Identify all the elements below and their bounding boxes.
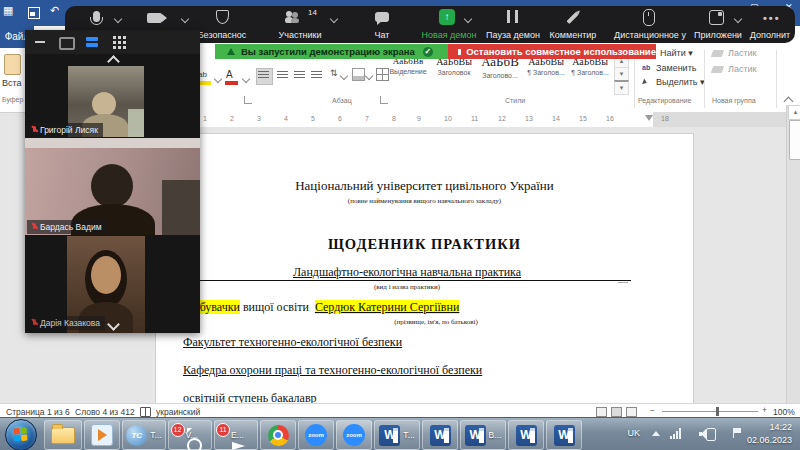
- replace-button[interactable]: Заменить: [656, 63, 696, 73]
- language-indicator[interactable]: украинский: [156, 407, 200, 417]
- grid-view-icon[interactable]: [113, 36, 116, 39]
- zoom-percentage[interactable]: 100%: [773, 407, 795, 417]
- new-share-label[interactable]: Новая демон: [422, 30, 477, 40]
- align-center-icon[interactable]: [277, 71, 288, 80]
- mute-options-icon[interactable]: [114, 15, 122, 23]
- style-card[interactable]: АаБбВы ¶ Заголов...: [568, 56, 612, 96]
- paste-button[interactable]: Вста: [2, 78, 22, 88]
- taskbar-viber-button[interactable]: 12 V...: [168, 420, 212, 450]
- taskbar-word-button[interactable]: W B...: [460, 420, 506, 450]
- pause-share-label[interactable]: Пауза демон: [486, 30, 540, 40]
- language-switcher[interactable]: UK: [627, 428, 640, 438]
- windows-logo-icon: [14, 428, 28, 442]
- chat-label[interactable]: Чат: [375, 30, 390, 40]
- line-spacing-icon[interactable]: ⇅: [330, 68, 338, 78]
- sharing-banner: Вы запустили демонстрацию экрана ✓: [215, 44, 448, 59]
- taskbar-chrome-button[interactable]: [260, 420, 296, 450]
- font-color-icon[interactable]: А: [226, 69, 233, 80]
- styles-gallery-expand-icon[interactable]: ▾: [614, 80, 629, 95]
- font-color-dropdown-icon[interactable]: [242, 75, 250, 83]
- style-card[interactable]: АаБбВв Выделение: [386, 56, 430, 96]
- video-icon[interactable]: [147, 13, 162, 23]
- taskbar-word-button[interactable]: W: [508, 420, 544, 450]
- eraser-button[interactable]: Ластик: [728, 48, 757, 58]
- zoom-slider-thumb[interactable]: [716, 407, 719, 416]
- security-icon[interactable]: [216, 10, 229, 24]
- paste-icon[interactable]: [4, 54, 21, 75]
- clock-time[interactable]: 14:22: [769, 422, 792, 432]
- taskbar-word-button[interactable]: W: [422, 420, 458, 450]
- shading-icon[interactable]: [352, 68, 365, 81]
- style-card[interactable]: АаБбВы Заголовок: [432, 56, 476, 96]
- zoom-out-icon[interactable]: −: [650, 405, 655, 415]
- new-share-icon[interactable]: ↑: [439, 9, 455, 25]
- mute-icon[interactable]: [93, 11, 100, 22]
- find-button[interactable]: Найти ▾: [660, 48, 693, 58]
- line-spacing-dropdown-icon[interactable]: [340, 72, 348, 80]
- start-button[interactable]: [5, 419, 37, 450]
- customize-qat-icon[interactable]: ▦: [3, 4, 13, 17]
- document-page[interactable]: Національний університет цивільного Укра…: [155, 133, 694, 404]
- scrollbar-thumb[interactable]: [789, 120, 800, 160]
- remote-control-label[interactable]: Дистанционное у: [614, 30, 686, 40]
- align-justify-icon[interactable]: [311, 71, 322, 80]
- zoom-in-icon[interactable]: +: [762, 405, 767, 415]
- power-icon[interactable]: [706, 428, 716, 441]
- align-right-icon[interactable]: [294, 71, 305, 80]
- taskbar-word-button[interactable]: W T...: [374, 420, 420, 450]
- apps-label[interactable]: Приложени: [694, 30, 742, 40]
- action-center-flag-icon[interactable]: [733, 428, 734, 438]
- word-count[interactable]: Слово 4 из 412: [75, 407, 135, 417]
- proofing-icon[interactable]: [140, 407, 151, 417]
- scroll-up-icon[interactable]: ▴: [788, 105, 800, 120]
- participants-label[interactable]: Участники: [279, 30, 322, 40]
- save-icon[interactable]: [28, 7, 40, 19]
- pause-share-icon[interactable]: [507, 10, 518, 23]
- clock-date[interactable]: 02.06.2023: [747, 435, 792, 445]
- print-layout-icon[interactable]: [611, 407, 622, 417]
- style-card[interactable]: АаБбВ Заголово...: [478, 54, 522, 94]
- hidden-icons-arrow[interactable]: [652, 431, 660, 436]
- network-icon[interactable]: [670, 428, 682, 439]
- select-button[interactable]: Выделить ▾: [656, 77, 705, 87]
- taskbar-media-player-button[interactable]: [84, 420, 120, 450]
- vertical-scrollbar[interactable]: ▴: [786, 105, 800, 403]
- more-label[interactable]: Дополнит: [750, 30, 790, 40]
- apps-icon[interactable]: [709, 10, 724, 25]
- security-label[interactable]: Безопаснос: [198, 30, 247, 40]
- styles-scroll-down-icon[interactable]: ▾: [614, 67, 629, 81]
- share-options-icon[interactable]: [464, 15, 472, 23]
- speaker-view-icon[interactable]: [59, 37, 75, 50]
- taskbar-zoom-button[interactable]: zoom: [298, 420, 334, 450]
- participants-icon[interactable]: [286, 11, 300, 23]
- taskbar-total-commander-button[interactable]: TC T...: [122, 420, 166, 450]
- style-card[interactable]: АаБбВы ¶ Заголов...: [524, 56, 568, 96]
- stop-sharing-button[interactable]: Остановить совместное использование: [448, 44, 656, 59]
- gallery-strip-view-icon[interactable]: [86, 37, 98, 47]
- right-indent-marker[interactable]: [645, 115, 653, 121]
- annotate-label[interactable]: Комментир: [550, 30, 597, 40]
- more-icon[interactable]: •••: [763, 12, 781, 24]
- video-options-icon[interactable]: [181, 15, 189, 23]
- horizontal-ruler[interactable]: 12 34 56 78 910 1112 1314 1516 18: [195, 112, 786, 127]
- apps-options-icon[interactable]: [734, 15, 742, 23]
- eraser-button[interactable]: Ластик: [728, 64, 757, 74]
- annotate-icon[interactable]: [566, 12, 578, 24]
- taskbar-telegram-button[interactable]: 11 E...: [214, 420, 258, 450]
- undo-icon[interactable]: ↶: [50, 4, 59, 17]
- participants-options-icon[interactable]: [330, 15, 338, 23]
- web-layout-icon[interactable]: [626, 407, 637, 417]
- highlight-dropdown-icon[interactable]: [214, 75, 222, 83]
- font-dialog-launcher[interactable]: [244, 96, 252, 104]
- read-mode-icon[interactable]: [596, 407, 607, 417]
- remote-control-icon[interactable]: [643, 9, 655, 26]
- minimize-panel-icon[interactable]: [35, 41, 45, 43]
- taskbar-zoom-button-active[interactable]: zoom: [336, 420, 372, 450]
- paragraph-dialog-launcher[interactable]: [380, 96, 388, 104]
- zoom-slider-track[interactable]: [662, 411, 758, 412]
- chat-icon[interactable]: [375, 12, 389, 22]
- page-indicator[interactable]: Страница 1 из 6: [6, 407, 70, 417]
- shading-dropdown-icon[interactable]: [365, 72, 373, 80]
- taskbar-word-button[interactable]: W: [546, 420, 582, 450]
- taskbar-explorer-button[interactable]: [44, 420, 82, 450]
